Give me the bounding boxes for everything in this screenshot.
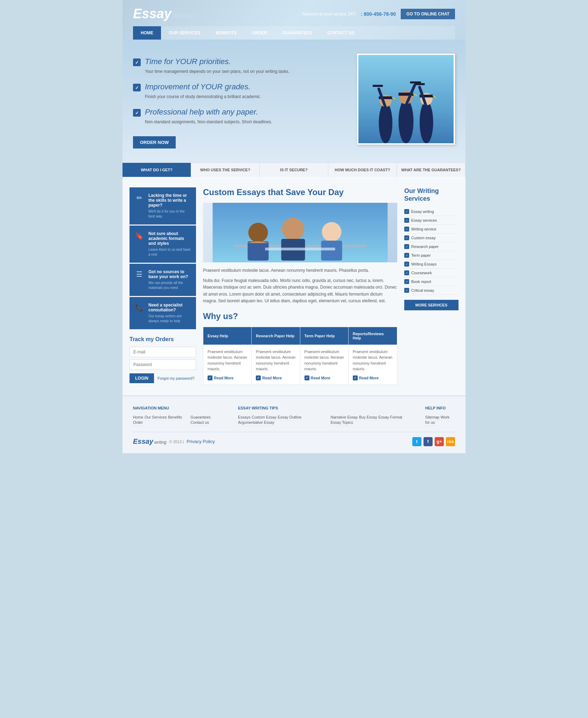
footer-tip-buy[interactable]: Buy Essay: [359, 415, 377, 421]
footer-help-section: HELP INFO Sitemap Work for us: [425, 406, 455, 425]
center-content: Custom Essays that Save Your Day: [203, 187, 397, 385]
service-label: Coursework: [411, 271, 432, 275]
service-label: Writing Essays: [411, 262, 437, 266]
hero-feature-1: Time for YOUR priorities. Your time mana…: [133, 57, 346, 75]
why-col-header-4: Reports/Reviews Help: [349, 327, 397, 345]
center-para-1: Praesent vestibulum molestie lacus. Aene…: [203, 267, 397, 274]
nav-our-services[interactable]: OUR SERVICES: [161, 26, 208, 40]
footer-nav-col1: Home Our Services Benefits Order: [133, 414, 183, 425]
tab-is-it-secure[interactable]: IS IT SECURE?: [260, 163, 328, 177]
hero-feature-text-1: Time for YOUR priorities. Your time mana…: [145, 57, 289, 75]
footer-logo: Essay writing: [133, 437, 167, 446]
twitter-icon[interactable]: t: [412, 437, 421, 446]
service-coursework: Coursework: [404, 269, 458, 277]
track-orders-title: Track my Orders: [130, 336, 196, 343]
why-col-3: Term Paper Help Praesent vestibulum mole…: [300, 327, 349, 385]
feature-title-3: Professional help with any paper.: [145, 108, 272, 117]
footer-link-contact[interactable]: Contact us: [190, 420, 209, 426]
footer-link-order[interactable]: Order: [133, 420, 143, 426]
order-now-button[interactable]: ORDER NOW: [133, 136, 176, 149]
sidebar-card-title-2: Not sure about academic formats and styl…: [148, 231, 191, 246]
facebook-icon[interactable]: f: [424, 437, 433, 446]
sidebar-card-content-3: Got no sources to base your work on? We …: [148, 269, 191, 290]
service-check-icon: [404, 227, 409, 232]
why-col-1: Essay Help Praesent vestibulum molestie …: [203, 327, 252, 385]
footer-tip-topics[interactable]: Essay Topics: [330, 420, 353, 426]
nav-order[interactable]: ORDER: [244, 26, 275, 40]
footer-tips-col2: Narrative Essay Buy Essay Essay Format E…: [330, 414, 411, 425]
footer-privacy-link[interactable]: Privacy Policy: [187, 439, 215, 444]
bookmark-icon: 🔖: [134, 232, 144, 240]
right-sidebar: Our Writing Services Essay writing Essay…: [404, 187, 458, 385]
service-research-paper: Research paper: [404, 242, 458, 251]
read-more-2[interactable]: Read More: [256, 375, 295, 380]
tabs-bar: WHAT DO I GET? WHO USES THE SERVICE? IS …: [122, 163, 465, 177]
main-content: ✏ Lacking the time or the skills to writ…: [122, 177, 465, 395]
footer-tip-argumentative[interactable]: Argumentative Essay: [238, 420, 274, 426]
why-col-body-1: Praesent vestibulum molestie lacus. Aene…: [203, 345, 251, 385]
footer-logo-essay: Essay: [133, 437, 153, 446]
footer-logo-writing: writing: [154, 440, 167, 445]
feature-checkbox-2: [133, 84, 141, 91]
login-button[interactable]: LOGIN: [130, 373, 154, 383]
logo: Essay writing: [133, 6, 193, 21]
service-check-icon: [404, 209, 409, 214]
tab-who-uses[interactable]: WHO USES THE SERVICE?: [191, 163, 260, 177]
feature-desc-3: Non-standard assignments, Non-standard s…: [145, 119, 272, 125]
more-services-button[interactable]: MORE SERVICES: [404, 300, 458, 310]
header-top: Essay writing Advisors at your service 2…: [133, 6, 455, 21]
read-more-3[interactable]: Read More: [304, 375, 344, 380]
tab-what-do-i-get[interactable]: WHAT DO I GET?: [122, 163, 191, 177]
hero-feature-text-2: Improvement of YOUR grades. Finish your …: [145, 82, 261, 100]
read-more-1[interactable]: Read More: [208, 375, 247, 380]
login-row: LOGIN Forgot my password?: [130, 373, 196, 383]
service-label: Term paper: [411, 253, 431, 257]
footer-help-title: HELP INFO: [425, 406, 455, 410]
nav-contact-us[interactable]: CONTACT US: [320, 26, 362, 40]
sidebar-card-desc-2: Leave them to us and have a rest: [148, 247, 191, 257]
why-col-body-3: Praesent vestibulum molestie lacus. Aene…: [300, 345, 348, 385]
sidebar-card-3: ☰ Got no sources to base your work on? W…: [130, 264, 196, 296]
service-check-icon: [404, 279, 409, 284]
footer-nav-title: NAVIGATION MENU: [133, 406, 224, 410]
rss-icon[interactable]: rss: [446, 437, 455, 446]
password-field[interactable]: [130, 359, 196, 370]
footer-tip-format[interactable]: Essay Format: [378, 415, 402, 421]
hero-feature-text-3: Professional help with any paper. Non-st…: [145, 108, 272, 125]
why-us-title: Why us?: [203, 311, 397, 321]
service-essay-services: Essay services: [404, 216, 458, 225]
online-chat-button[interactable]: GO TO ONLINE CHAT: [401, 9, 455, 19]
email-field[interactable]: [130, 347, 196, 357]
sidebar-card-desc-4: Our essay writers are always ready to he…: [148, 314, 191, 324]
footer-tip-outline[interactable]: Essay Outline: [278, 415, 302, 421]
footer-bottom: Essay writing © 2013 | Privacy Policy t …: [133, 432, 455, 446]
service-essay-writing: Essay writing: [404, 207, 458, 216]
nav-home[interactable]: HOME: [133, 26, 161, 40]
service-check-icon: [404, 235, 409, 240]
read-more-4[interactable]: Read More: [353, 375, 393, 380]
logo-essay: Essay: [133, 6, 172, 21]
forgot-password-link[interactable]: Forgot my password?: [158, 376, 195, 380]
hero-section: Time for YOUR priorities. Your time mana…: [122, 40, 465, 163]
sidebar-card-title-4: Need a specialist consultation?: [148, 303, 191, 312]
why-col-header-1: Essay Help: [203, 327, 251, 345]
hero-feature-3: Professional help with any paper. Non-st…: [133, 108, 346, 125]
list-icon: ☰: [134, 270, 144, 278]
feature-title-1: Time for YOUR priorities.: [145, 57, 289, 66]
why-us-section: Why us? Essay Help Praesent vestibulum m…: [203, 311, 397, 385]
phone-number: : 800-456-78-90: [361, 11, 396, 17]
footer-link-services[interactable]: Our Services: [145, 415, 167, 421]
hero-feature-2: Improvement of YOUR grades. Finish your …: [133, 82, 346, 100]
footer-nav-cols: Home Our Services Benefits Order Guarant…: [133, 414, 224, 425]
advisors-text: Advisors at your service 24/7: [302, 12, 356, 16]
why-grid: Essay Help Praesent vestibulum molestie …: [203, 327, 397, 385]
service-label: Critical essay: [411, 288, 434, 292]
footer-link-benefits[interactable]: Benefits: [168, 415, 182, 421]
writing-services-title: Our Writing Services: [404, 187, 458, 202]
feature-title-2: Improvement of YOUR grades.: [145, 82, 261, 91]
nav-benefits[interactable]: BENEFITS: [208, 26, 244, 40]
nav-guarantees[interactable]: GUARANTEES: [275, 26, 320, 40]
tab-guarantees[interactable]: WHAT ARE THE GUARANTEES?: [397, 163, 465, 177]
google-plus-icon[interactable]: g+: [435, 437, 444, 446]
tab-how-much[interactable]: HOW MUCH DOES IT COAST?: [328, 163, 397, 177]
